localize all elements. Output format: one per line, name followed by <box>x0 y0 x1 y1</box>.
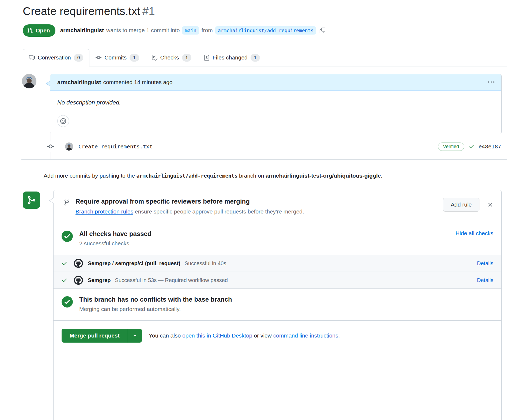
git-commit-icon <box>96 55 101 61</box>
details-link[interactable]: Details <box>471 260 493 267</box>
check-icon <box>62 260 67 266</box>
check-status: Successful in 40s <box>185 260 226 267</box>
checks-summary-section: All checks have passed 2 successful chec… <box>54 223 501 255</box>
checks-summary-text: All checks have passed 2 successful chec… <box>79 230 151 247</box>
tab-counter: 1 <box>130 54 139 62</box>
branch-protection-desc: Branch protection rules ensure specific … <box>75 208 304 215</box>
commit-author-avatar[interactable] <box>65 142 73 151</box>
commit-meta: Verified e48e187 <box>438 142 501 151</box>
tab-conversation[interactable]: Conversation 0 <box>23 49 89 67</box>
page-title: Create requirements.txt#1 <box>23 4 502 18</box>
check-circle-icon <box>62 231 73 242</box>
pr-number: #1 <box>142 5 155 17</box>
add-rule-button[interactable]: Add rule <box>443 198 479 212</box>
git-merge-icon <box>23 192 40 209</box>
commit-message-link[interactable]: Create requirements.txt <box>78 143 153 150</box>
github-desktop-link[interactable]: open this in GitHub Desktop <box>182 332 252 339</box>
check-status: Successful in 53s — Required workflow pa… <box>115 277 228 283</box>
commit-sha-link[interactable]: e48e187 <box>479 143 501 150</box>
merge-pull-request-button[interactable]: Merge pull request <box>62 329 128 343</box>
branch-protection-actions: Add rule <box>437 198 493 212</box>
tab-counter: 0 <box>74 54 83 62</box>
check-row: Semgrep / semgrep/ci (pull_request) Succ… <box>54 255 501 272</box>
comment-meta: commented 14 minutes ago <box>103 79 172 85</box>
tab-checks[interactable]: Checks 1 <box>145 49 198 67</box>
comment-header: armchairlinguist commented 14 minutes ag… <box>50 74 501 91</box>
copy-branch-icon[interactable] <box>320 28 325 33</box>
git-commit-icon <box>47 141 54 152</box>
pr-state-label: Open <box>36 27 50 34</box>
tab-label: Checks <box>160 54 179 61</box>
or-text: or view <box>254 332 272 339</box>
tab-commits[interactable]: Commits 1 <box>89 49 145 67</box>
close-icon[interactable] <box>487 201 493 208</box>
checklist-icon <box>152 55 157 61</box>
pr-state-badge: Open <box>23 24 55 37</box>
add-reaction-button[interactable] <box>57 115 69 127</box>
merge-button-group: Merge pull request <box>62 329 142 343</box>
tab-label: Conversation <box>38 54 71 61</box>
pr-title-text: Create requirements.txt <box>23 5 140 17</box>
check-circle-icon <box>62 296 73 308</box>
tab-label: Files changed <box>213 54 248 61</box>
head-branch-label[interactable]: armchairlinguist/add-requirements <box>215 26 316 35</box>
tab-counter: 1 <box>251 54 260 62</box>
conflicts-text: This branch has no conflicts with the ba… <box>79 296 232 312</box>
conflicts-section: This branch has no conflicts with the ba… <box>54 288 501 320</box>
check-row: Semgrep Successful in 53s — Required wor… <box>54 272 501 288</box>
details-link[interactable]: Details <box>471 277 493 283</box>
from-text: from <box>202 27 213 33</box>
checks-summary-title: All checks have passed <box>79 230 151 238</box>
check-name: Semgrep / semgrep/ci (pull_request) <box>88 260 180 267</box>
comment-box: armchairlinguist commented 14 minutes ag… <box>50 74 502 134</box>
comment-text: No description provided. <box>57 99 494 106</box>
tab-files-changed[interactable]: Files changed 1 <box>198 49 266 67</box>
pr-timeline: armchairlinguist commented 14 minutes ag… <box>23 74 502 159</box>
merge-status-area: Require approval from specific reviewers… <box>23 190 502 420</box>
push-note-suffix: . <box>381 172 383 179</box>
conflicts-title: This branch has no conflicts with the ba… <box>79 296 232 303</box>
kebab-menu-icon[interactable] <box>488 79 494 85</box>
avatar[interactable] <box>22 74 36 88</box>
base-branch-label[interactable]: main <box>182 26 199 35</box>
git-branch-icon <box>64 199 70 206</box>
command-line-instructions-link[interactable]: command line instructions <box>273 332 338 339</box>
branch-protection-section: Require approval from specific reviewers… <box>54 190 501 223</box>
comment-author[interactable]: armchairlinguist <box>57 79 101 85</box>
hide-all-checks-link[interactable]: Hide all checks <box>449 230 493 237</box>
comment-discussion-icon <box>29 55 35 61</box>
conflicts-subtitle: Merging can be performed automatically. <box>79 306 232 312</box>
merge-options-dropdown[interactable] <box>128 329 142 343</box>
also-suffix: . <box>338 332 340 339</box>
checks-summary-subtitle: 2 successful checks <box>79 240 151 247</box>
status-check-icon[interactable] <box>468 144 474 149</box>
branch-protection-text: Require approval from specific reviewers… <box>75 198 304 215</box>
smiley-icon <box>60 118 66 124</box>
merge-footer: Merge pull request You can also open thi… <box>54 320 501 420</box>
push-note-repo: armchairlinguist-test-org/ubiquitous-gig… <box>266 172 381 179</box>
git-pull-request-icon <box>27 28 33 33</box>
pr-author-link[interactable]: armchairlinguist <box>60 27 104 33</box>
timeline-divider <box>21 159 507 160</box>
tab-counter: 1 <box>182 54 191 62</box>
pr-page: Create requirements.txt#1 Open armchairl… <box>0 0 507 420</box>
comment-body: No description provided. <box>50 91 501 134</box>
check-name: Semgrep <box>88 277 111 283</box>
push-note-prefix: Add more commits by pushing to the <box>44 172 135 179</box>
file-diff-icon <box>204 55 210 61</box>
pr-meta-text: armchairlinguist wants to merge 1 commit… <box>60 26 326 35</box>
check-icon <box>62 277 67 283</box>
branch-protection-desc-text: ensure specific people approve pull requ… <box>135 208 304 215</box>
push-note-middle: branch on <box>239 172 264 179</box>
pr-meta-row: Open armchairlinguist wants to merge 1 c… <box>23 24 502 37</box>
push-note-branch: armchairlinguist/add-requirements <box>137 173 238 179</box>
commit-timeline-item: Create requirements.txt Verified e48e187 <box>23 141 502 159</box>
push-note: Add more commits by pushing to the armch… <box>44 171 401 180</box>
branch-protection-title: Require approval from specific reviewers… <box>75 198 304 205</box>
tab-label: Commits <box>104 54 127 61</box>
github-app-avatar <box>74 276 83 285</box>
merge-box: Require approval from specific reviewers… <box>53 190 502 420</box>
verified-badge[interactable]: Verified <box>438 142 464 151</box>
branch-protection-rules-link[interactable]: Branch protection rules <box>75 208 133 215</box>
pr-action-text: wants to merge 1 commit into <box>106 27 180 33</box>
